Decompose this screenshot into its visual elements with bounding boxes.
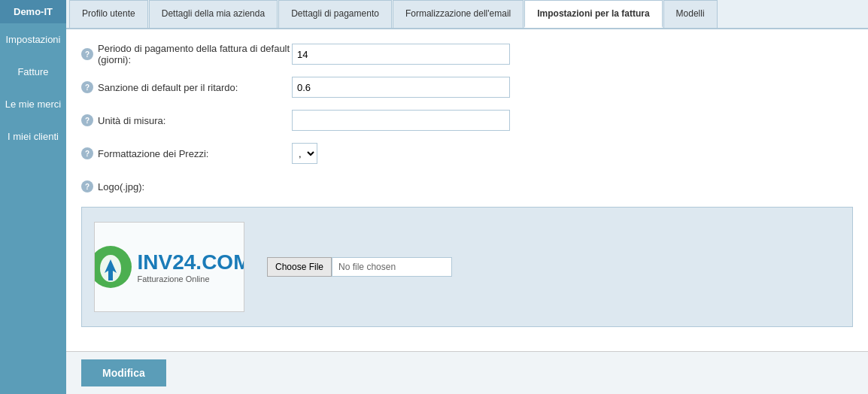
- select-prezzi[interactable]: ,: [292, 143, 317, 164]
- tab-dettagli-pagamento[interactable]: Dettagli di pagamento: [278, 0, 392, 28]
- form-row-periodo: ? Periodo di pagamento della fattura di …: [81, 41, 853, 67]
- tab-bar: Profilo utente Dettagli della mia aziend…: [66, 0, 868, 29]
- tab-dettagli-azienda[interactable]: Dettagli della mia azienda: [149, 0, 278, 28]
- logo-preview-area: INV24.COM Fatturazione Online: [94, 222, 244, 312]
- select-wrap-prezzi: ,: [292, 143, 317, 164]
- form-row-prezzi: ? Formattazione dei Prezzi: ,: [81, 141, 853, 166]
- tab-modelli[interactable]: Modelli: [663, 0, 718, 28]
- sidebar-logo: Demo-IT: [0, 0, 66, 23]
- label-logo: ? Logo(.jpg):: [81, 180, 292, 192]
- help-icon-periodo[interactable]: ?: [81, 48, 93, 60]
- logo-text-block: INV24.COM Fatturazione Online: [138, 250, 244, 283]
- sidebar: Demo-IT Impostazioni Fatture Le mie merc…: [0, 0, 66, 394]
- file-name-display: No file chosen: [332, 257, 452, 277]
- sidebar-item-i-miei-clienti[interactable]: I miei clienti: [0, 120, 66, 153]
- modifica-button[interactable]: Modifica: [81, 359, 166, 386]
- help-icon-unita[interactable]: ?: [81, 114, 93, 126]
- footer: Modifica: [66, 351, 868, 394]
- choose-file-button[interactable]: Choose File: [267, 257, 332, 277]
- help-icon-sanzione[interactable]: ?: [81, 81, 93, 93]
- file-input-area: Choose File No file chosen: [267, 257, 452, 277]
- help-icon-logo[interactable]: ?: [81, 180, 93, 192]
- form-row-sanzione: ? Sanzione di default per il ritardo:: [81, 74, 853, 100]
- main-content: Profilo utente Dettagli della mia aziend…: [66, 0, 868, 394]
- input-unita[interactable]: [292, 110, 510, 131]
- logo-sub-text: Fatturazione Online: [138, 274, 244, 283]
- sidebar-item-le-mie-merci[interactable]: Le mie merci: [0, 88, 66, 120]
- label-prezzi: ? Formattazione dei Prezzi:: [81, 147, 292, 159]
- inv24-emblem-icon: [94, 244, 133, 289]
- file-choose-row: Choose File No file chosen: [267, 257, 452, 277]
- label-unita: ? Unità di misura:: [81, 114, 292, 126]
- tab-formalizzazione-email[interactable]: Formalizzazione dell'email: [393, 0, 524, 28]
- sidebar-item-fatture[interactable]: Fatture: [0, 56, 66, 88]
- sidebar-item-impostazioni[interactable]: Impostazioni: [0, 23, 66, 56]
- label-periodo: ? Periodo di pagamento della fattura di …: [81, 43, 292, 65]
- logo-upload-box: INV24.COM Fatturazione Online Choose Fil…: [81, 207, 853, 327]
- form-row-logo: ? Logo(.jpg):: [81, 174, 853, 199]
- label-sanzione: ? Sanzione di default per il ritardo:: [81, 81, 292, 93]
- content-area: ? Periodo di pagamento della fattura di …: [66, 29, 868, 351]
- inv24-logo: INV24.COM Fatturazione Online: [94, 244, 244, 289]
- form-row-unita: ? Unità di misura:: [81, 108, 853, 133]
- tab-impostazioni-fattura[interactable]: Impostazioni per la fattura: [524, 0, 662, 28]
- input-sanzione[interactable]: [292, 77, 510, 98]
- logo-inv-text: INV24.COM: [138, 250, 244, 274]
- input-periodo[interactable]: [292, 44, 510, 65]
- help-icon-prezzi[interactable]: ?: [81, 147, 93, 159]
- tab-profilo-utente[interactable]: Profilo utente: [69, 0, 148, 28]
